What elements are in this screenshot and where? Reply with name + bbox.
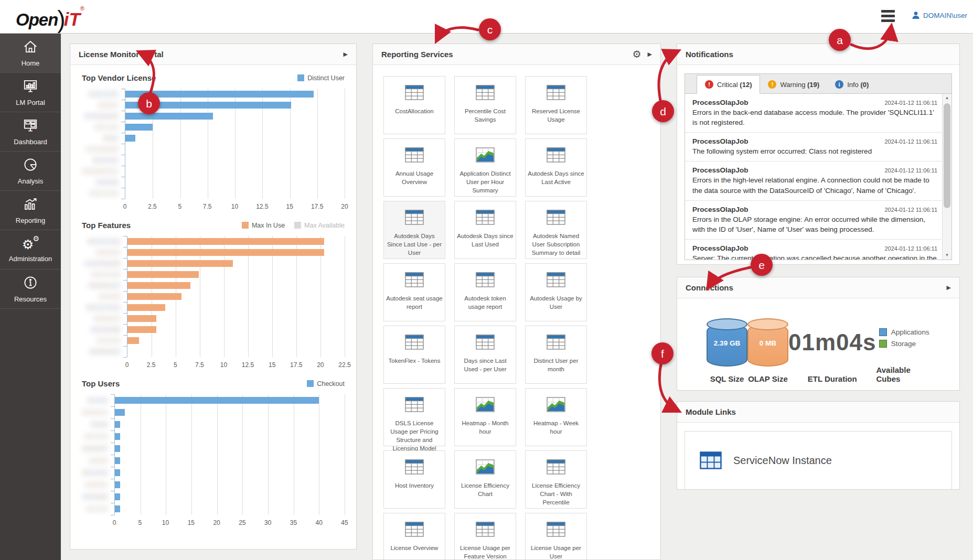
report-tile[interactable]: Percentile Cost Savings: [454, 76, 516, 134]
info-icon: i: [835, 80, 843, 89]
sidebar-item-reporting[interactable]: Reporting: [0, 191, 61, 230]
redacted-y-label: [84, 260, 121, 267]
report-tile[interactable]: CostAllocation: [383, 76, 445, 134]
notification-row[interactable]: ProcessOlapJob2024-01-12 11:06:11Errors …: [685, 94, 942, 133]
expand-panel-icon[interactable]: ▶: [648, 51, 652, 58]
sql-size-label: SQL Size: [710, 374, 744, 383]
scroll-down-icon[interactable]: ▼: [943, 251, 951, 260]
notifications-scrollbar[interactable]: ▲ ▼: [942, 94, 951, 260]
report-tile[interactable]: Days since Last Used - per User: [454, 326, 516, 384]
report-tile[interactable]: Autodesk Days since Last Active: [525, 138, 587, 197]
report-tile-label: Application Distinct User per Hour Summa…: [455, 170, 516, 195]
bar: [115, 445, 120, 452]
scrollbar-thumb[interactable]: [944, 103, 950, 208]
expand-panel-icon[interactable]: ▶: [344, 51, 348, 58]
report-tile[interactable]: Heatmap - Week hour: [525, 388, 587, 446]
notification-time: 2024-01-12 11:06:11: [884, 138, 937, 145]
report-tile[interactable]: License Usage per Feature Version: [454, 513, 516, 560]
bar: [127, 326, 156, 333]
report-tile[interactable]: Heatmap - Month hour: [454, 388, 516, 446]
legend-item[interactable]: Distinct User: [297, 74, 345, 82]
legend-item[interactable]: Max In Use: [242, 222, 285, 229]
tab-warning[interactable]: !Warning (19): [760, 76, 827, 93]
report-tile[interactable]: License Usage per User: [525, 513, 587, 560]
report-tile-label: CostAllocation: [393, 107, 436, 116]
bar: [115, 469, 120, 476]
report-tile[interactable]: Autodesk Named User Subscription Summary…: [525, 201, 587, 259]
x-tick-label: 25: [239, 519, 245, 526]
legend-label: Max Available: [304, 222, 345, 229]
chart-top-vendor-license: Top Vendor LicenseDistinct User02.557.51…: [70, 65, 356, 212]
x-tick-label: 15: [269, 361, 275, 369]
legend-item[interactable]: Checkout: [307, 380, 345, 387]
redacted-y-label: [90, 326, 121, 333]
sidebar-item-administration[interactable]: ⚙⚙Administration: [0, 230, 61, 270]
report-tile-label: License Usage per Feature Version: [455, 544, 516, 560]
tab-critical[interactable]: !Critical (12): [697, 75, 760, 94]
report-tile[interactable]: License Efficiency Chart: [454, 450, 516, 509]
chart-top-users: Top UsersCheckout051015202530354045: [70, 371, 356, 529]
report-tile-label: Heatmap - Week hour: [526, 419, 586, 436]
analysis-icon: [23, 157, 38, 175]
sql-size-value: 2.39 GB: [707, 339, 747, 347]
redacted-y-label: [82, 493, 108, 500]
warning-icon: !: [768, 80, 776, 89]
legend-label: Distinct User: [307, 74, 345, 82]
report-tile[interactable]: Host Inventory: [383, 450, 445, 509]
expand-panel-icon[interactable]: ▶: [947, 284, 951, 291]
redacted-y-label: [88, 91, 119, 98]
notification-time: 2024-01-12 11:06:11: [884, 245, 937, 252]
redacted-y-label: [95, 249, 121, 256]
notifications-card: !Critical (12)!Warning (19)iInfo (0) Pro…: [685, 73, 952, 260]
report-tile[interactable]: Distinct User per month: [525, 326, 587, 384]
report-tile[interactable]: Application Distinct User per Hour Summa…: [454, 138, 516, 197]
report-tile[interactable]: License Overview: [383, 513, 445, 560]
legend-item[interactable]: Max Available: [294, 222, 345, 229]
bar: [127, 304, 165, 311]
servicenow-link[interactable]: ServiceNow Instance: [685, 431, 952, 490]
scroll-up-icon[interactable]: ▲: [943, 94, 951, 102]
report-tile-label: Heatmap - Month hour: [455, 419, 516, 436]
sidebar-item-lm-portal[interactable]: LM Portal: [0, 73, 61, 112]
bar: [115, 433, 120, 440]
redacted-y-label: [97, 337, 121, 344]
report-tile[interactable]: Autodesk Days Since Last Use - per User: [383, 201, 445, 259]
x-tick-label: 5: [138, 519, 142, 526]
gear-icon[interactable]: ⚙: [632, 49, 641, 59]
chart-title: Top Vendor License: [82, 73, 156, 82]
x-tick-label: 7.5: [195, 361, 204, 369]
sidebar-item-resources[interactable]: Resources: [0, 270, 61, 309]
sidebar-item-dashboard[interactable]: Dashboard: [0, 112, 61, 152]
report-tile[interactable]: DSLS License Usage per Pricing Structure…: [383, 388, 445, 446]
report-tile[interactable]: Autodesk Usage by User: [525, 263, 587, 321]
tab-info[interactable]: iInfo (0): [827, 76, 876, 93]
report-tile[interactable]: Autodesk seat usage report: [383, 263, 445, 321]
notification-time: 2024-01-12 11:06:11: [884, 100, 937, 106]
report-chart-icon: [476, 147, 495, 165]
user-menu[interactable]: DOMAIN\user: [912, 11, 967, 19]
etl-duration-value: 01m04s: [788, 329, 876, 356]
report-table-icon: [476, 210, 495, 227]
report-tile[interactable]: Autodesk token usage report: [454, 263, 516, 321]
report-tile[interactable]: TokenFlex - Tokens: [383, 326, 445, 384]
report-tile[interactable]: Autodesk Days since Last Used: [454, 201, 516, 259]
report-table-icon: [405, 459, 424, 477]
notification-row[interactable]: ProcessOlapJob2024-01-12 11:06:11Server:…: [685, 240, 942, 260]
notification-row[interactable]: ProcessOlapJob2024-01-12 11:06:11Errors …: [685, 161, 942, 200]
notification-row[interactable]: ProcessOlapJob2024-01-12 11:06:11The fol…: [685, 133, 942, 161]
olap-size-metric: 0 MB OLAP Size: [747, 310, 788, 383]
report-tile[interactable]: License Efficiency Chart - With Percenti…: [525, 450, 587, 509]
tab-count: (12): [740, 81, 752, 89]
bar: [115, 505, 120, 512]
lmportal-icon: [23, 78, 38, 96]
hamburger-menu-icon[interactable]: [881, 10, 895, 24]
redacted-y-label: [82, 445, 108, 452]
sidebar-item-analysis[interactable]: Analysis: [0, 152, 61, 191]
redacted-y-label: [89, 348, 121, 355]
report-tile[interactable]: Reserved License Usage: [525, 76, 587, 134]
bar: [115, 493, 120, 500]
sidebar-item-home[interactable]: Home: [0, 34, 61, 73]
report-tile[interactable]: Annual Usage Overview: [383, 138, 445, 197]
report-table-icon: [405, 272, 424, 289]
notification-row[interactable]: ProcessOlapJob2024-01-12 11:06:11Errors …: [685, 201, 942, 240]
